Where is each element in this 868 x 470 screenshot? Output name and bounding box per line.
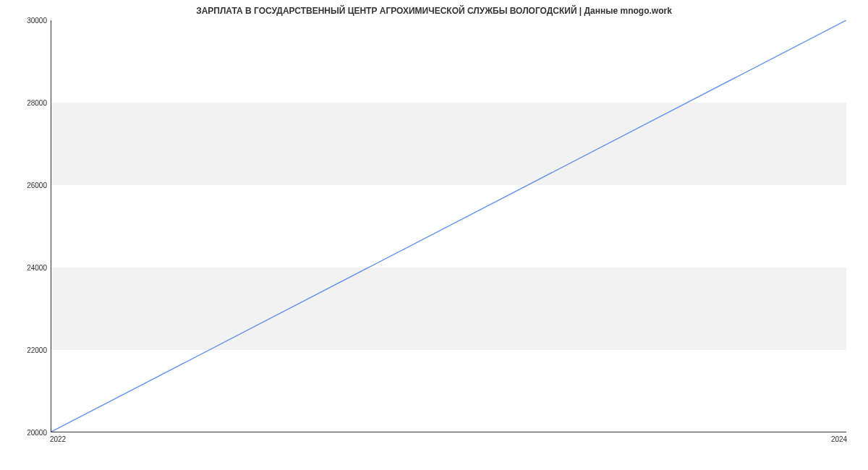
- y-tick-label: 26000: [27, 181, 47, 189]
- plot-area: [51, 20, 846, 432]
- data-line: [51, 20, 846, 432]
- x-tick-label: 2022: [50, 435, 66, 443]
- grid-band: [51, 103, 846, 185]
- y-tick-label: 30000: [27, 17, 47, 25]
- y-tick-label: 22000: [27, 346, 47, 354]
- y-tick-label: 24000: [27, 264, 47, 272]
- svg-line-0: [51, 20, 846, 432]
- y-tick-label: 28000: [27, 99, 47, 107]
- y-tick-label: 20000: [27, 429, 47, 437]
- chart-title: ЗАРПЛАТА В ГОСУДАРСТВЕННЫЙ ЦЕНТР АГРОХИМ…: [0, 6, 868, 16]
- chart-container: ЗАРПЛАТА В ГОСУДАРСТВЕННЫЙ ЦЕНТР АГРОХИМ…: [0, 0, 868, 470]
- grid-band: [51, 268, 846, 350]
- x-tick-label: 2024: [831, 435, 847, 443]
